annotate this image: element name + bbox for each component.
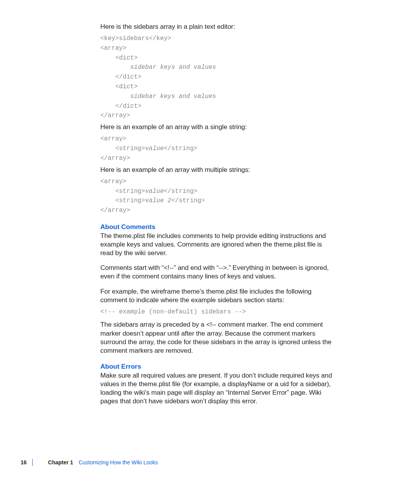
page-footer: 16 Chapter 1 Customizing How the Wiki Lo… — [21, 459, 158, 466]
code-line-italic: sidebar keys and values — [100, 64, 216, 71]
heading-about-errors: About Errors — [100, 363, 334, 371]
code-line: </string> — [164, 188, 197, 195]
paragraph: For example, the wireframe theme’s theme… — [100, 287, 334, 304]
paragraph: The theme.plist file includes comments t… — [100, 232, 334, 257]
code-block: <key>sidebars</key> <array> <dict> sideb… — [100, 34, 334, 121]
code-line: <array> — [100, 178, 126, 185]
page-number: 16 — [21, 459, 27, 466]
paragraph: Make sure all required values are presen… — [100, 371, 334, 406]
code-line: <array> — [100, 135, 126, 142]
paragraph: Here is an example of an array with mult… — [100, 166, 334, 174]
code-line: <!-- example (non-default) sidebars --> — [100, 308, 246, 315]
code-line: </dict> — [100, 74, 142, 80]
paragraph: The sidebars array is preceded by a <!--… — [100, 320, 334, 355]
code-line-italic: value — [145, 145, 164, 152]
code-block: <!-- example (non-default) sidebars --> — [100, 307, 334, 317]
code-block: <array> <string>value</string> <string>v… — [100, 177, 334, 215]
code-line: <string> — [100, 197, 145, 204]
footer-divider — [32, 459, 33, 466]
code-line: </array> — [100, 112, 130, 119]
heading-about-comments: About Comments — [100, 223, 334, 231]
paragraph: Comments start with “<!--” and end with … — [100, 264, 334, 281]
code-line: </string> — [171, 197, 205, 204]
code-line: </dict> — [100, 103, 142, 110]
code-block: <array> <string>value</string> </array> — [100, 134, 334, 163]
code-line: <string> — [100, 145, 145, 152]
code-line-italic: value — [145, 188, 164, 195]
chapter-label: Chapter 1 — [48, 459, 74, 466]
code-line-italic: sidebar keys and values — [100, 93, 216, 100]
code-line: </array> — [100, 155, 130, 162]
code-line: <dict> — [100, 54, 138, 61]
page: Here is the sidebars array in a plain te… — [0, 0, 420, 504]
code-line: <array> — [100, 45, 126, 52]
code-line-italic: value 2 — [145, 197, 171, 204]
code-line: <dict> — [100, 83, 138, 90]
paragraph: Here is an example of an array with a si… — [100, 123, 334, 131]
code-line: </array> — [100, 207, 130, 214]
paragraph: Here is the sidebars array in a plain te… — [100, 23, 334, 31]
code-line: <key>sidebars</key> — [100, 35, 171, 42]
chapter-title: Customizing How the Wiki Looks — [79, 459, 158, 466]
content-area: Here is the sidebars array in a plain te… — [100, 23, 334, 408]
code-line: </string> — [164, 145, 197, 152]
code-line: <string> — [100, 188, 145, 195]
